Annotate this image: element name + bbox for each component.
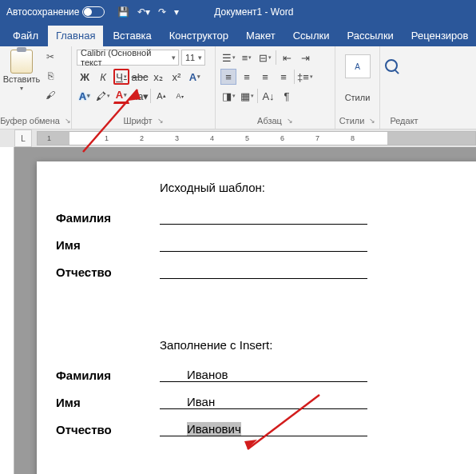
row-patronymic-2: Отчество Иванович — [56, 420, 465, 436]
group-clipboard-label: Буфер обмена — [0, 116, 60, 125]
label-firstname: Имя — [56, 396, 160, 409]
value-lastname: Иванов — [187, 368, 228, 381]
value-firstname: Иван — [187, 395, 215, 408]
tab-review[interactable]: Рецензиров — [403, 26, 476, 46]
bullets-button[interactable]: ☰ — [220, 50, 236, 66]
group-font: Calibri (Основной текст 11 Ж К Ч abc x₂ … — [72, 46, 216, 129]
underline-field[interactable]: Иванов — [160, 366, 367, 382]
grow-font-button[interactable]: A▴ — [153, 88, 169, 104]
label-patronymic: Отчество — [56, 423, 160, 436]
underline-field[interactable] — [160, 263, 367, 279]
tab-selector[interactable]: L — [14, 129, 32, 147]
tab-mailings[interactable]: Рассылки — [339, 26, 401, 46]
numbering-button[interactable]: ≡ — [239, 50, 255, 66]
highlight-button[interactable]: 🖍 — [95, 88, 111, 104]
autosave-toggle[interactable]: Автосохранение — [6, 6, 105, 18]
row-patronymic-1: Отчество — [56, 263, 465, 279]
underline-field[interactable]: Иван — [160, 393, 367, 409]
line-spacing-button[interactable]: ‡≡ — [297, 69, 313, 85]
group-paragraph: ☰ ≡ ⊟ ⇤ ⇥ ≡ ≡ ≡ ≡ ‡≡ ◨ ▦ A↓ ¶ — [216, 46, 335, 129]
qat-more-icon[interactable]: ▾ — [174, 6, 179, 18]
dialog-launcher-icon[interactable]: ↘ — [157, 117, 164, 125]
change-case-button[interactable]: Aa▾ — [132, 88, 148, 104]
shading-button[interactable]: ◨ — [220, 88, 236, 104]
save-icon[interactable]: 💾 — [117, 6, 129, 18]
search-icon — [385, 59, 398, 72]
ribbon-tabs: Файл Главная Вставка Конструктор Макет С… — [0, 24, 476, 46]
label-lastname: Фамилия — [56, 368, 160, 382]
underline-field[interactable] — [160, 209, 367, 225]
text-effects-button-2[interactable]: A — [77, 88, 93, 104]
toggle-off-icon[interactable] — [82, 6, 105, 18]
superscript-button[interactable]: x² — [169, 69, 184, 85]
strikethrough-button[interactable]: abc — [132, 69, 148, 85]
font-size-combo[interactable]: 11 — [181, 50, 205, 66]
tab-references[interactable]: Ссылки — [285, 26, 338, 46]
borders-button[interactable]: ▦ — [239, 88, 255, 104]
font-color-button[interactable]: A — [113, 88, 129, 104]
row-lastname-1: Фамилия — [56, 209, 465, 225]
ruler-tick: 3 — [175, 134, 179, 142]
ruler-tick: 1 — [105, 134, 109, 142]
text-effects-button[interactable]: A — [187, 69, 203, 85]
underline-button[interactable]: Ч — [113, 69, 129, 85]
multilevel-button[interactable]: ⊟ — [257, 50, 273, 66]
increase-indent-button[interactable]: ⇥ — [297, 50, 313, 66]
paste-button[interactable]: Вставить ▾ — [5, 50, 38, 102]
quick-access-toolbar: 💾 ↶▾ ↷ ▾ — [117, 6, 179, 18]
label-firstname: Имя — [56, 238, 160, 252]
sort-button[interactable]: A↓ — [260, 88, 276, 104]
horizontal-ruler[interactable]: 1 1 2 3 4 5 6 7 8 — [37, 131, 476, 145]
page[interactable]: Исходный шаблон: Фамилия Имя Отчество За… — [37, 161, 476, 474]
undo-icon[interactable]: ↶▾ — [137, 6, 150, 18]
show-marks-button[interactable]: ¶ — [279, 88, 295, 104]
tab-layout[interactable]: Макет — [238, 26, 284, 46]
underline-field[interactable] — [160, 236, 367, 252]
document-area[interactable]: Исходный шаблон: Фамилия Имя Отчество За… — [0, 147, 476, 474]
find-button[interactable] — [385, 59, 423, 72]
ruler-tick: 6 — [280, 134, 284, 142]
dialog-launcher-icon[interactable]: ↘ — [369, 117, 375, 125]
ruler-tick: 5 — [245, 134, 249, 142]
ruler-tick: 1 — [47, 134, 51, 142]
italic-button[interactable]: К — [95, 69, 111, 85]
vertical-ruler[interactable] — [0, 147, 14, 474]
tab-insert[interactable]: Вставка — [105, 26, 159, 46]
format-painter-icon[interactable]: 🖌 — [43, 88, 58, 102]
align-left-button[interactable]: ≡ — [220, 69, 236, 85]
align-right-button[interactable]: ≡ — [257, 69, 273, 85]
align-center-button[interactable]: ≡ — [239, 69, 255, 85]
ribbon: Вставить ▾ ✂ ⎘ 🖌 Буфер обмена↘ Calibri (… — [0, 46, 476, 129]
value-patronymic-selected[interactable]: Иванович — [187, 422, 241, 436]
subscript-button[interactable]: x₂ — [150, 69, 166, 85]
justify-button[interactable]: ≡ — [276, 69, 292, 85]
styles-btn-label: Стили — [345, 93, 371, 102]
title-bar: Автосохранение 💾 ↶▾ ↷ ▾ Документ1 - Word — [0, 0, 476, 24]
decrease-indent-button[interactable]: ⇤ — [279, 50, 295, 66]
styles-button[interactable]: A — [345, 54, 371, 78]
tab-file[interactable]: Файл — [5, 26, 46, 46]
bold-button[interactable]: Ж — [77, 69, 93, 85]
group-editing-label: Редакт — [390, 116, 418, 125]
tab-home[interactable]: Главная — [48, 26, 103, 46]
section1-title: Исходный шаблон: — [56, 181, 465, 194]
row-lastname-2: Фамилия Иванов — [56, 366, 465, 382]
cut-icon[interactable]: ✂ — [43, 50, 58, 64]
copy-icon[interactable]: ⎘ — [43, 69, 58, 83]
redo-icon[interactable]: ↷ — [158, 6, 166, 18]
dialog-launcher-icon[interactable]: ↘ — [287, 117, 293, 125]
paste-label: Вставить — [3, 74, 41, 84]
label-lastname: Фамилия — [56, 211, 160, 225]
font-name-combo[interactable]: Calibri (Основной текст — [77, 50, 179, 66]
tab-design[interactable]: Конструктор — [161, 26, 236, 46]
underline-field[interactable]: Иванович — [160, 420, 367, 436]
shrink-font-button[interactable]: A▾ — [172, 88, 188, 104]
group-paragraph-label: Абзац — [257, 116, 282, 125]
ruler-tick: 2 — [140, 134, 144, 142]
label-patronymic: Отчество — [56, 265, 160, 279]
section2-title: Заполнение с Insert: — [56, 338, 465, 352]
ruler-area: L 1 1 2 3 4 5 6 7 8 — [0, 129, 476, 147]
group-clipboard: Вставить ▾ ✂ ⎘ 🖌 Буфер обмена↘ — [0, 46, 72, 129]
dialog-launcher-icon[interactable]: ↘ — [65, 117, 71, 125]
row-firstname-2: Имя Иван — [56, 393, 465, 409]
